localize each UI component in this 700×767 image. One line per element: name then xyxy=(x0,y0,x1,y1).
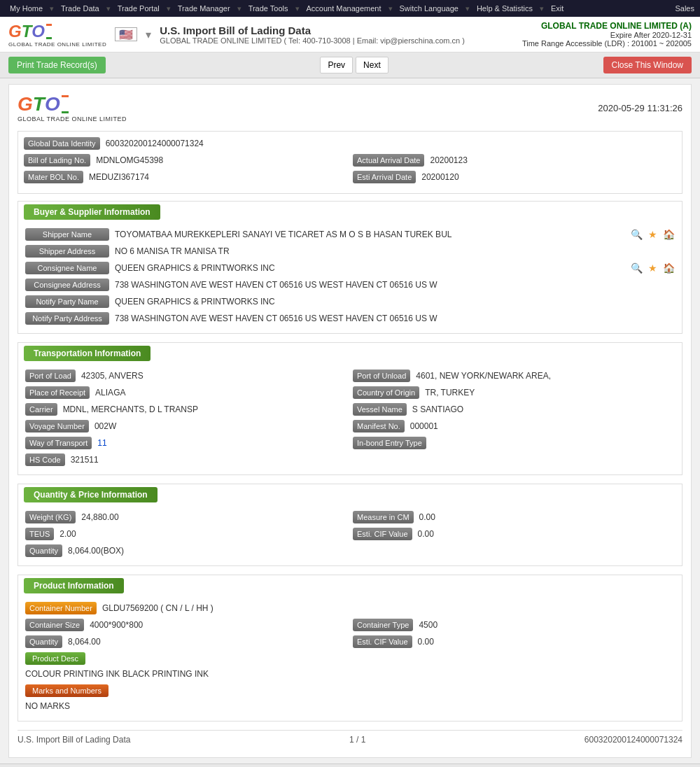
buyer-supplier-title: Buyer & Supplier Information xyxy=(24,204,160,220)
mater-bol-value: MEDUZI367174 xyxy=(89,172,347,182)
country-of-origin-label: Country of Origin xyxy=(353,386,419,399)
main-content: G T O GLOBAL TRADE ONLINE LIMITED 2020-0… xyxy=(8,84,692,758)
consignee-address-value: 738 WASHINGTON AVE WEST HAVEN CT 06516 U… xyxy=(115,280,675,290)
carrier-label: Carrier xyxy=(25,403,57,416)
esti-cif-value-prod: 0.00 xyxy=(418,637,675,647)
consignee-star-icon[interactable]: ★ xyxy=(648,262,657,274)
esti-cif-value-label-qp: Esti. CIF Value xyxy=(353,528,412,540)
actual-arrival-date-label: Actual Arrival Date xyxy=(353,154,424,167)
nav-sales-label: Sales xyxy=(675,4,694,13)
global-data-identity-label: Global Data Identity xyxy=(24,137,100,150)
way-of-transport-link[interactable]: 11 xyxy=(97,438,106,448)
quantity-value-prod: 8,064.00 xyxy=(68,637,347,647)
quantity-value-qp: 8,064.00(BOX) xyxy=(68,546,675,556)
account-info: GLOBAL TRADE ONLINE LIMITED (A) Expire A… xyxy=(522,21,692,48)
teus-value: 2.00 xyxy=(59,529,347,539)
weight-kg-value: 24,880.00 xyxy=(81,512,347,522)
esti-arrival-date-value: 20200120 xyxy=(421,172,676,182)
nav-account-management[interactable]: Account Management xyxy=(302,4,386,13)
container-type-value: 4500 xyxy=(419,620,675,630)
dropdown-arrow-icon[interactable]: ▾ xyxy=(146,28,151,41)
shipper-home-icon[interactable]: 🏠 xyxy=(663,229,675,240)
mater-bol-label: Mater BOL No. xyxy=(24,171,83,183)
vessel-name-value: S SANTIAGO xyxy=(412,404,675,414)
voyage-number-value: 002W xyxy=(94,421,347,431)
container-number-label: Container Number xyxy=(25,602,97,614)
nav-exit[interactable]: Exit xyxy=(547,4,568,13)
flag-icon: 🇺🇸 xyxy=(115,27,137,41)
nav-my-home[interactable]: My Home xyxy=(6,4,47,13)
notify-party-name-label: Notify Party Name xyxy=(25,295,109,308)
bill-of-lading-value: MDNLOMG45398 xyxy=(96,155,347,165)
shipper-address-value: NO 6 MANISA TR MANISA TR xyxy=(115,246,675,256)
product-desc-value: COLOUR PRINTING INK BLACK PRINTING INK xyxy=(25,668,675,680)
container-size-value: 4000*900*800 xyxy=(90,620,347,630)
record-footer-center: 1 / 1 xyxy=(349,735,365,745)
prev-button-top[interactable]: Prev xyxy=(320,57,353,73)
transportation-section: Transportation Information Port of Load … xyxy=(18,342,682,475)
esti-cif-value-label-prod: Esti. CIF Value xyxy=(353,635,412,648)
page-title: U.S. Import Bill of Lading Data xyxy=(160,24,465,36)
expire-date: Expire After 2020-12-31 xyxy=(522,31,692,39)
manifest-no-label: Manifest No. xyxy=(353,420,405,432)
port-of-unload-value: 4601, NEW YORK/NEWARK AREA, xyxy=(416,371,675,381)
product-title: Product Information xyxy=(24,578,124,593)
consignee-search-icon[interactable]: 🔍 xyxy=(631,262,643,274)
quantity-price-title: Quantity & Price Information xyxy=(24,487,158,502)
consignee-name-label: Consignee Name xyxy=(25,262,109,274)
port-of-load-label: Port of Load xyxy=(25,370,76,382)
notify-party-address-label: Notify Party Address xyxy=(25,312,109,325)
way-of-transport-value: 11 xyxy=(97,438,347,448)
container-size-label: Container Size xyxy=(25,619,84,631)
page-header: G T O GLOBAL TRADE ONLINE LIMITED 🇺🇸 ▾ U… xyxy=(0,17,700,52)
shipper-search-icon[interactable]: 🔍 xyxy=(631,229,643,240)
manifest-no-value: 000001 xyxy=(410,421,675,431)
close-button-top[interactable]: Close This Window xyxy=(603,57,692,73)
shipper-star-icon[interactable]: ★ xyxy=(648,229,657,240)
bill-of-lading-label: Bill of Lading No. xyxy=(24,154,90,167)
print-button-top[interactable]: Print Trade Record(s) xyxy=(8,57,106,73)
consignee-name-value: QUEEN GRAPHICS & PRINTWORKS INC xyxy=(115,263,625,273)
nav-trade-data[interactable]: Trade Data xyxy=(57,4,104,13)
shipper-name-value: TOYOMATBAA MUREKKEPLERI SANAYI VE TICARE… xyxy=(115,230,625,239)
hs-code-value: 321511 xyxy=(71,455,675,465)
esti-cif-value-qp: 0.00 xyxy=(418,529,675,539)
voyage-number-label: Voyage Number xyxy=(25,420,89,432)
shipper-name-label: Shipper Name xyxy=(25,228,109,241)
buyer-supplier-section: Buyer & Supplier Information Shipper Nam… xyxy=(18,201,682,334)
marks-and-numbers-label: Marks and Numbers xyxy=(25,684,108,697)
country-of-origin-value: TR, TURKEY xyxy=(425,388,675,397)
weight-kg-label: Weight (KG) xyxy=(25,511,76,523)
consignee-home-icon[interactable]: 🏠 xyxy=(663,262,675,274)
measure-in-cm-value: 0.00 xyxy=(419,512,675,522)
record-info-section: Global Data Identity 6003202001240000713… xyxy=(18,131,682,194)
nav-trade-portal[interactable]: Trade Portal xyxy=(113,4,164,13)
record-footer-left: U.S. Import Bill of Lading Data xyxy=(18,735,130,745)
global-data-identity-value: 600320200124000071324 xyxy=(106,139,676,148)
top-toolbar: Print Trade Record(s) Prev Next Close Th… xyxy=(0,52,700,78)
top-navigation: My Home ▾ Trade Data ▾ Trade Portal ▾ Tr… xyxy=(0,0,700,17)
product-section: Product Information Container Number GLD… xyxy=(18,575,682,722)
esti-arrival-date-label: Esti Arrival Date xyxy=(353,171,416,183)
header-subtitle: GLOBAL TRADE ONLINE LIMITED ( Tel: 400-7… xyxy=(160,36,465,45)
nav-trade-tools[interactable]: Trade Tools xyxy=(244,4,293,13)
quantity-label-prod: Quantity xyxy=(25,635,62,648)
consignee-address-label: Consignee Address xyxy=(25,279,109,291)
notify-party-address-value: 738 WASHINGTON AVE WEST HAVEN CT 06516 U… xyxy=(115,314,675,323)
carrier-value: MDNL, MERCHANTS, D L TRANSP xyxy=(63,404,347,414)
actual-arrival-date-value: 20200123 xyxy=(430,155,676,165)
nav-switch-language[interactable]: Switch Language xyxy=(396,4,463,13)
quantity-price-section: Quantity & Price Information Weight (KG)… xyxy=(18,484,682,566)
record-logo: G T O GLOBAL TRADE ONLINE LIMITED xyxy=(18,93,127,122)
place-of-receipt-label: Place of Receipt xyxy=(25,386,90,399)
place-of-receipt-value: ALIAGA xyxy=(95,388,347,397)
port-of-unload-label: Port of Unload xyxy=(353,370,410,382)
nav-help-statistics[interactable]: Help & Statistics xyxy=(472,4,537,13)
nav-trade-manager[interactable]: Trade Manager xyxy=(174,4,234,13)
container-type-label: Container Type xyxy=(353,619,413,631)
teus-label: TEUS xyxy=(25,528,54,540)
gto-logo: G T O GLOBAL TRADE ONLINE LIMITED xyxy=(8,22,106,48)
next-button-top[interactable]: Next xyxy=(356,57,388,73)
record-datetime: 2020-05-29 11:31:26 xyxy=(598,103,682,113)
company-name: GLOBAL TRADE ONLINE LIMITED (A) xyxy=(522,21,692,31)
